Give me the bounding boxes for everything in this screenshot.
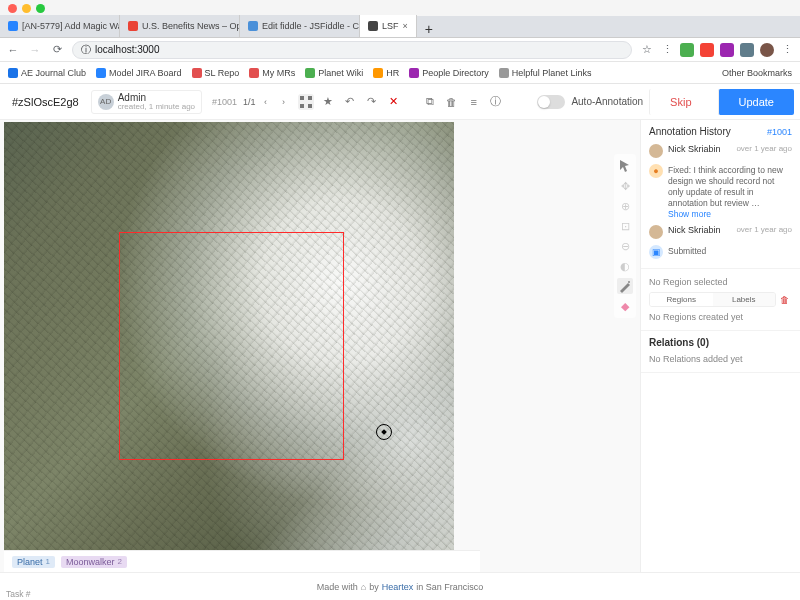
tab-jsfiddle[interactable]: Edit fiddle - JSFiddle - Code P…× [240, 15, 360, 37]
magic-wand-icon[interactable] [617, 278, 633, 294]
bookmark-item[interactable]: Planet Wiki [305, 68, 363, 78]
settings-icon[interactable]: ≡ [466, 94, 482, 110]
label-text: Moonwalker [66, 557, 115, 567]
zoom-dot-icon[interactable] [36, 4, 45, 13]
submitted-icon: ▣ [649, 245, 663, 259]
minimize-dot-icon[interactable] [22, 4, 31, 13]
skip-button[interactable]: Skip [649, 89, 711, 115]
bookmark-item[interactable]: AE Journal Club [8, 68, 86, 78]
star-icon[interactable]: ★ [320, 94, 336, 110]
relations-section: Relations (0) No Relations added yet [641, 331, 800, 373]
tab-lsf[interactable]: LSF× [360, 15, 417, 37]
undo-icon[interactable]: ↶ [342, 94, 358, 110]
bookmark-item[interactable]: Helpful Planet Links [499, 68, 592, 78]
address-field[interactable]: ⓘlocalhost:3000 [72, 41, 632, 59]
forward-icon[interactable]: → [28, 43, 42, 57]
extension-icon[interactable] [740, 43, 754, 57]
svg-point-4 [628, 281, 630, 283]
history-author: Nick Skriabin [668, 144, 721, 154]
other-bookmarks[interactable]: Other Bookmarks [718, 68, 792, 78]
reload-icon[interactable]: ⟳ [50, 43, 64, 57]
tab-label: U.S. Benefits News – Open En… [142, 21, 240, 31]
bookmark-label: Helpful Planet Links [512, 68, 592, 78]
extension-icon[interactable] [720, 43, 734, 57]
bookmark-label: People Directory [422, 68, 489, 78]
label-selector-row: Planet1 Moonwalker2 [4, 550, 480, 572]
chevron-right-icon[interactable]: › [276, 94, 292, 110]
new-tab-button[interactable]: + [417, 21, 441, 37]
star-icon[interactable]: ☆ [640, 43, 654, 57]
history-item[interactable]: Nick Skriabinover 1 year ago [649, 141, 792, 161]
pointer-tool-icon[interactable] [617, 158, 633, 174]
annotation-id: #1001 [212, 97, 237, 107]
annotation-pager: 1/1 ‹ › [243, 94, 292, 110]
brand-link[interactable]: Heartex [382, 582, 414, 592]
label-hotkey: 1 [46, 557, 50, 566]
svg-rect-3 [308, 104, 312, 108]
tab-labels[interactable]: Labels [713, 293, 776, 306]
canvas-area[interactable]: ✥ ⊕ ⊡ ⊖ ◐ ◆ Planet1 Moonwalker2 [0, 120, 640, 572]
bounding-box-region[interactable] [119, 232, 344, 460]
bookmark-label: Other Bookmarks [722, 68, 792, 78]
bookmark-item[interactable]: HR [373, 68, 399, 78]
region-tabs: Regions Labels [649, 292, 776, 307]
bookmark-icon [8, 68, 18, 78]
bookmark-item[interactable]: SL Repo [192, 68, 240, 78]
profile-avatar-icon[interactable] [760, 43, 774, 57]
brightness-icon[interactable]: ◐ [617, 258, 633, 274]
zoom-out-icon[interactable]: ⊖ [617, 238, 633, 254]
url-text: localhost:3000 [95, 44, 160, 55]
trash-icon[interactable]: 🗑 [444, 94, 460, 110]
show-more-link[interactable]: Show more [668, 209, 711, 219]
tab-label: LSF [382, 21, 399, 31]
label-planet[interactable]: Planet1 [12, 556, 55, 568]
bookmark-item[interactable]: Model JIRA Board [96, 68, 182, 78]
pan-tool-icon[interactable]: ✥ [617, 178, 633, 194]
tab-regions[interactable]: Regions [650, 293, 713, 306]
window-traffic-lights [0, 0, 800, 16]
history-item[interactable]: ● Fixed: I think according to new design… [649, 161, 792, 222]
copy-icon[interactable]: ⧉ [422, 94, 438, 110]
bookmark-item[interactable]: People Directory [409, 68, 489, 78]
annotation-author-chip[interactable]: AD Admin created, 1 minute ago [91, 90, 202, 114]
eraser-icon[interactable]: ◆ [617, 298, 633, 314]
extension-icon[interactable] [680, 43, 694, 57]
tab-jira[interactable]: [AN-5779] Add Magic Wand f…× [0, 15, 120, 37]
favicon-icon [128, 21, 138, 31]
bookmark-label: HR [386, 68, 399, 78]
footer-text: in San Francisco [416, 582, 483, 592]
reject-icon[interactable]: ✕ [386, 94, 402, 110]
zoom-in-icon[interactable]: ⊕ [617, 198, 633, 214]
annotation-id-link[interactable]: #1001 [767, 127, 792, 137]
bookmark-label: Model JIRA Board [109, 68, 182, 78]
back-icon[interactable]: ← [6, 43, 20, 57]
image-tool-column: ✥ ⊕ ⊡ ⊖ ◐ ◆ [614, 154, 636, 318]
favicon-icon [368, 21, 378, 31]
bookmark-item[interactable]: My MRs [249, 68, 295, 78]
history-item[interactable]: ▣ Submitted [649, 242, 792, 262]
info-icon[interactable]: ⓘ [488, 94, 504, 110]
grid-view-icon[interactable] [298, 94, 314, 110]
satellite-image[interactable] [4, 122, 454, 572]
tab-gmail[interactable]: U.S. Benefits News – Open En…× [120, 15, 240, 37]
extension-icon[interactable] [700, 43, 714, 57]
chevron-left-icon[interactable]: ‹ [258, 94, 274, 110]
menu-icon[interactable]: ⋮ [780, 43, 794, 57]
label-moonwalker[interactable]: Moonwalker2 [61, 556, 127, 568]
site-info-icon[interactable]: ⓘ [81, 43, 91, 57]
label-hotkey: 2 [118, 557, 122, 566]
bookmark-icon [373, 68, 383, 78]
close-dot-icon[interactable] [8, 4, 17, 13]
history-item[interactable]: Nick Skriabinover 1 year ago [649, 222, 792, 242]
extensions-icon[interactable]: ⋮ [660, 43, 674, 57]
bookmark-icon [499, 68, 509, 78]
trash-icon[interactable]: 🗑 [780, 295, 792, 305]
update-button[interactable]: Update [718, 89, 794, 115]
redo-icon[interactable]: ↷ [364, 94, 380, 110]
favicon-icon [8, 21, 18, 31]
made-with: Made with ⌂ by Heartex in San Francisco [317, 582, 484, 592]
close-icon[interactable]: × [403, 21, 408, 31]
auto-annotation-toggle[interactable] [537, 95, 565, 109]
avatar [649, 144, 663, 158]
zoom-fit-icon[interactable]: ⊡ [617, 218, 633, 234]
